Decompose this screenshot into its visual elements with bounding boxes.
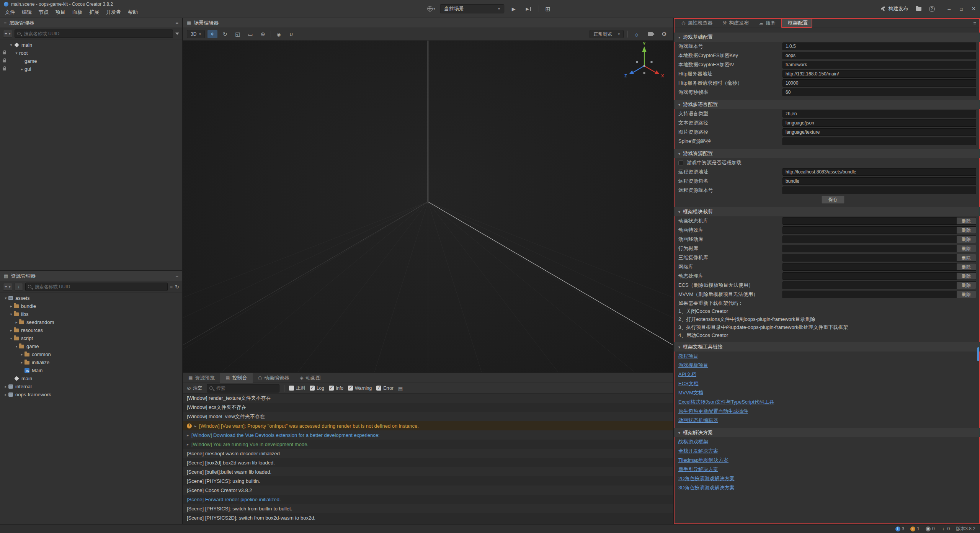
value-input[interactable]: 10000: [782, 79, 976, 87]
inspector-row[interactable]: 三维摄像机库 删除: [674, 253, 980, 262]
inspector-row[interactable]: 全栈开发解决方案: [674, 446, 980, 456]
delete-button[interactable]: 删除: [957, 254, 976, 261]
delete-button[interactable]: 删除: [957, 217, 976, 224]
inspector-row[interactable]: 2D角色扮演游戏解决方案: [674, 474, 980, 483]
log-filter-checkbox[interactable]: Error: [376, 386, 394, 391]
inspector-row[interactable]: 3、执行项目根目录中的update-oops-plugin-framework批…: [674, 323, 980, 331]
section-chevron-icon[interactable]: [678, 345, 680, 349]
delete-button[interactable]: 删除: [957, 291, 976, 298]
projection-3d-button[interactable]: 3D ▾: [187, 30, 205, 38]
log-filter-checkbox[interactable]: Info: [329, 386, 343, 391]
hierarchy-search-input[interactable]: [24, 31, 173, 36]
inspector-row[interactable]: 战棋游戏框架: [674, 437, 980, 446]
expand-toggle-icon[interactable]: [3, 392, 8, 397]
inspector-row[interactable]: 游戏中资源是否远程加载: [674, 158, 980, 167]
delete-button[interactable]: 删除: [957, 263, 976, 270]
inspector-row[interactable]: 远程资源地址 http://localhost:8083/assets/bund…: [674, 167, 980, 177]
expand-toggle-icon[interactable]: [8, 336, 14, 340]
asset-node[interactable]: Main: [0, 366, 182, 374]
hierarchy-node[interactable]: game: [0, 57, 182, 65]
value-input[interactable]: [782, 137, 976, 145]
inspector-row[interactable]: Tiledmap地图解决方案: [674, 456, 980, 465]
menu-item[interactable]: 项目: [52, 8, 69, 17]
step-button[interactable]: [523, 5, 533, 13]
delete-button[interactable]: 删除: [957, 245, 976, 252]
delete-button[interactable]: 删除: [957, 282, 976, 289]
section-chevron-icon[interactable]: [678, 210, 680, 214]
help-icon[interactable]: [929, 6, 935, 12]
value-input[interactable]: 1.0.5: [782, 43, 976, 50]
asset-node[interactable]: bundle: [0, 302, 182, 310]
maximize-button[interactable]: [960, 6, 962, 12]
checkbox[interactable]: [348, 386, 353, 391]
console-log-row[interactable]: [Scene] [bullet]:bullet wasm lib loaded.: [183, 467, 673, 476]
expand-toggle-icon[interactable]: [8, 328, 14, 332]
inspector-row[interactable]: 游戏模板项目: [674, 361, 980, 370]
log-filter-checkbox[interactable]: Warning: [348, 386, 372, 391]
console-log-row[interactable]: [Scene] Cocos Creator v3.8.2: [183, 486, 673, 495]
value-input[interactable]: oops: [782, 52, 976, 59]
inspector-row[interactable]: Excel格式转Json文件与TypeScript代码工具: [674, 397, 980, 407]
scale-tool-button[interactable]: [233, 30, 243, 38]
layout-button[interactable]: [543, 5, 553, 13]
menu-item[interactable]: 面板: [69, 8, 86, 17]
asset-node[interactable]: assets: [0, 294, 182, 302]
asset-node[interactable]: seedrandom: [0, 318, 182, 326]
info-count-badge[interactable]: 3: [895, 526, 905, 531]
inspector-row[interactable]: 远程资源包名 bundle: [674, 177, 980, 186]
inspector-row[interactable]: 游戏每秒帧率 60: [674, 88, 980, 97]
console-log-row[interactable]: [Window] [Vue warn]: Property "onInput" …: [183, 421, 673, 430]
inspector-row[interactable]: 游戏多语言配置: [674, 100, 980, 109]
inspector-row[interactable]: 动画移动库 删除: [674, 235, 980, 244]
scene-settings-button[interactable]: [659, 30, 669, 38]
warning-count-badge[interactable]: 1: [910, 526, 920, 531]
scene-viewport[interactable]: Y X Z: [183, 41, 673, 372]
refresh-icon[interactable]: [175, 283, 179, 290]
inspector-row[interactable]: 框架模块裁剪: [674, 207, 980, 216]
console-log-row[interactable]: [Scene] Forward render pipeline initiali…: [183, 495, 673, 504]
asset-node[interactable]: common: [0, 350, 182, 358]
inspector-row[interactable]: ECS（删除后模板项目无法使用） 删除: [674, 281, 980, 290]
checkbox[interactable]: [329, 386, 334, 391]
inspector-row[interactable]: 文本资源路径 language/json: [674, 118, 980, 128]
value-input[interactable]: zh,en: [782, 110, 976, 118]
inspector-row[interactable]: 动画特效库 删除: [674, 226, 980, 235]
minimize-button[interactable]: [948, 6, 951, 12]
asset-node[interactable]: main: [0, 374, 182, 383]
expand-toggle-icon[interactable]: [8, 43, 14, 47]
console-log-row[interactable]: [Window] model_view文件夹不存在: [183, 412, 673, 421]
inspector-row[interactable]: 动画状态机库 删除: [674, 216, 980, 226]
asset-node[interactable]: script: [0, 334, 182, 342]
inspector-row[interactable]: 教程项目: [674, 352, 980, 361]
inspector-row[interactable]: 行为树库 删除: [674, 244, 980, 253]
error-count-badge[interactable]: 0: [926, 526, 935, 531]
regex-checkbox-label[interactable]: 正则: [289, 385, 305, 391]
console-tab[interactable]: 资源预览: [183, 373, 220, 383]
expand-toggle-icon[interactable]: [19, 352, 24, 356]
section-chevron-icon[interactable]: [678, 152, 680, 156]
expand-toggle-icon[interactable]: [8, 312, 14, 316]
pivot-toggle[interactable]: [286, 30, 296, 38]
inspector-row[interactable]: 游戏版本号 1.0.5: [674, 42, 980, 51]
section-chevron-icon[interactable]: [678, 431, 680, 435]
panel-menu-icon[interactable]: [175, 20, 178, 26]
expand-toggle-icon[interactable]: [3, 384, 8, 389]
value-input[interactable]: language/texture: [782, 128, 976, 136]
inspector-row[interactable]: ECS文档: [674, 379, 980, 388]
section-chevron-icon[interactable]: [678, 103, 680, 107]
asset-node[interactable]: game: [0, 342, 182, 350]
inspector-row[interactable]: 动态处理库 删除: [674, 271, 980, 281]
asset-node[interactable]: internal: [0, 383, 182, 391]
value-input[interactable]: framework: [782, 61, 976, 69]
delete-button[interactable]: 删除: [957, 236, 976, 243]
console-tab[interactable]: 控制台: [220, 373, 252, 383]
download-badge[interactable]: 0: [941, 526, 950, 531]
inspector-row[interactable]: 2、打开extensions文件中找到oops-plugin-framework…: [674, 315, 980, 323]
move-tool-button[interactable]: [207, 30, 217, 38]
inspector-row[interactable]: 如果需要重新下载框架代码：: [674, 299, 980, 307]
inspector-row[interactable]: 1、关闭Cocos Creator: [674, 307, 980, 315]
rect-tool-button[interactable]: [245, 30, 255, 38]
checkbox[interactable]: [310, 386, 315, 391]
lock-icon[interactable]: [3, 68, 6, 70]
filter-icon[interactable]: [175, 33, 179, 35]
